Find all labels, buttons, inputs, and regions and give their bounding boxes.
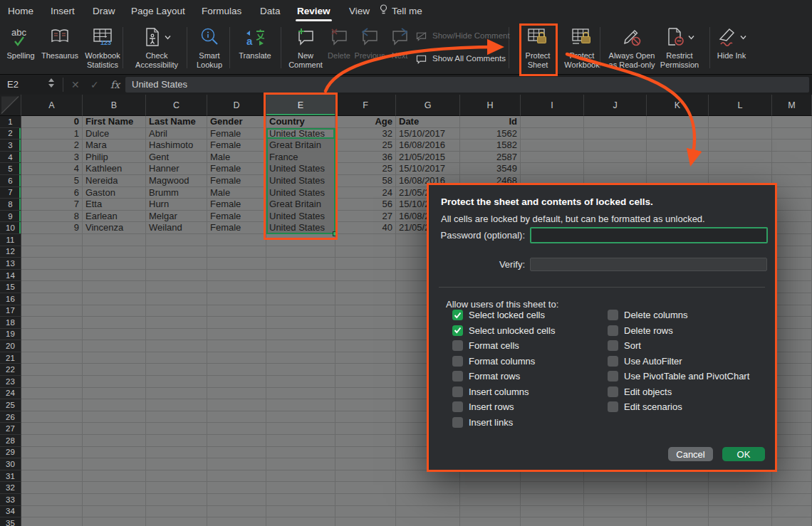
cell-E18[interactable]: [266, 317, 335, 329]
check-accessibility-button[interactable]: Check Accessibility: [128, 23, 185, 73]
name-box[interactable]: E2: [7, 75, 19, 95]
cell-E25[interactable]: [266, 399, 335, 411]
cell-C1[interactable]: Last Name: [146, 116, 207, 128]
ok-button[interactable]: OK: [722, 447, 765, 461]
cell-M26[interactable]: [772, 411, 812, 424]
cell-F27[interactable]: [335, 423, 396, 435]
row-header-26[interactable]: 26: [0, 411, 21, 424]
cell-C20[interactable]: [146, 340, 207, 352]
cell-E8[interactable]: Great Britain: [266, 199, 335, 211]
column-header-B[interactable]: B: [83, 95, 146, 116]
cell-G34[interactable]: [396, 506, 460, 518]
cell-A19[interactable]: [21, 329, 83, 341]
cell-A9[interactable]: 8: [21, 211, 83, 223]
cell-E3[interactable]: Great Britain: [266, 140, 335, 152]
row-header-5[interactable]: 5: [0, 163, 21, 175]
cell-A25[interactable]: [21, 399, 83, 411]
row-header-30[interactable]: 30: [0, 458, 21, 470]
cell-B9[interactable]: Earlean: [83, 211, 146, 223]
cancel-button[interactable]: Cancel: [668, 447, 713, 461]
cell-D32[interactable]: [207, 482, 266, 494]
cell-E14[interactable]: [266, 270, 335, 282]
cell-A24[interactable]: [21, 388, 83, 400]
checkbox-checked-icon[interactable]: [452, 325, 463, 336]
cell-A12[interactable]: [21, 246, 83, 258]
cell-B24[interactable]: [83, 388, 146, 400]
cell-C19[interactable]: [146, 329, 207, 341]
cell-A8[interactable]: 7: [21, 199, 83, 211]
cell-M21[interactable]: [772, 352, 812, 364]
row-header-10[interactable]: 10: [0, 222, 21, 234]
cell-E11[interactable]: [266, 234, 335, 246]
cell-E23[interactable]: [266, 376, 335, 388]
cell-F32[interactable]: [335, 482, 396, 494]
cell-D31[interactable]: [207, 470, 266, 483]
option-delete-columns[interactable]: Delete columns: [608, 307, 688, 323]
cell-H4[interactable]: 2587: [460, 152, 521, 164]
cell-F22[interactable]: [335, 364, 396, 376]
cell-B29[interactable]: [83, 447, 146, 459]
cell-D5[interactable]: Female: [207, 163, 266, 175]
cell-M4[interactable]: [772, 152, 812, 164]
cell-J1[interactable]: [584, 116, 647, 128]
cell-B34[interactable]: [83, 506, 146, 518]
option-delete-rows[interactable]: Delete rows: [608, 323, 673, 339]
cell-L1[interactable]: [709, 116, 772, 128]
cell-I2[interactable]: [521, 128, 584, 140]
cell-M10[interactable]: [772, 222, 812, 234]
cell-A7[interactable]: 6: [21, 187, 83, 199]
cell-E6[interactable]: United States: [266, 175, 335, 187]
cell-D15[interactable]: [207, 281, 266, 293]
cell-B11[interactable]: [83, 234, 146, 246]
checkbox-checked-icon[interactable]: [452, 310, 463, 320]
row-header-2[interactable]: 2: [0, 128, 21, 140]
verify-input[interactable]: [530, 258, 767, 271]
cell-D22[interactable]: [207, 364, 266, 376]
option-edit-scenarios[interactable]: Edit scenarios: [608, 399, 682, 415]
cell-M33[interactable]: [772, 494, 812, 506]
checkbox-unchecked-icon[interactable]: [452, 356, 463, 367]
checkbox-unchecked-icon[interactable]: [452, 417, 463, 428]
row-header-22[interactable]: 22: [0, 364, 21, 376]
cell-M3[interactable]: [772, 140, 812, 152]
column-header-G[interactable]: G: [396, 95, 460, 116]
cell-L32[interactable]: [709, 482, 772, 494]
cell-E33[interactable]: [266, 494, 335, 506]
cell-C29[interactable]: [146, 447, 207, 459]
cell-J31[interactable]: [584, 470, 647, 483]
cell-K4[interactable]: [647, 152, 709, 164]
cell-A3[interactable]: 2: [21, 140, 83, 152]
row-header-8[interactable]: 8: [0, 199, 21, 211]
row-header-20[interactable]: 20: [0, 340, 21, 352]
checkbox-unchecked-icon[interactable]: [608, 401, 618, 412]
cell-C14[interactable]: [146, 270, 207, 282]
cell-M31[interactable]: [772, 470, 812, 483]
cell-D23[interactable]: [207, 376, 266, 388]
cell-I1[interactable]: [521, 116, 584, 128]
cell-M12[interactable]: [772, 246, 812, 258]
cell-E21[interactable]: [266, 352, 335, 364]
cell-C27[interactable]: [146, 423, 207, 435]
cell-A14[interactable]: [21, 270, 83, 282]
column-header-K[interactable]: K: [647, 95, 709, 116]
cell-G35[interactable]: [396, 517, 460, 526]
cell-E1[interactable]: Country: [266, 116, 335, 128]
cell-F26[interactable]: [335, 411, 396, 424]
cell-K2[interactable]: [647, 128, 709, 140]
cell-C17[interactable]: [146, 305, 207, 317]
cell-B33[interactable]: [83, 494, 146, 506]
cell-E20[interactable]: [266, 340, 335, 352]
cell-B22[interactable]: [83, 364, 146, 376]
cell-F3[interactable]: 25: [335, 140, 396, 152]
cell-E17[interactable]: [266, 305, 335, 317]
cell-F19[interactable]: [335, 329, 396, 341]
checkbox-unchecked-icon[interactable]: [608, 310, 618, 320]
cell-B2[interactable]: Dulce: [83, 128, 146, 140]
cell-J2[interactable]: [584, 128, 647, 140]
show-all-comments-button[interactable]: Show All Comments: [415, 50, 506, 67]
cell-E32[interactable]: [266, 482, 335, 494]
column-header-D[interactable]: D: [207, 95, 266, 116]
cell-L33[interactable]: [709, 494, 772, 506]
cell-B19[interactable]: [83, 329, 146, 341]
cell-I32[interactable]: [521, 482, 584, 494]
